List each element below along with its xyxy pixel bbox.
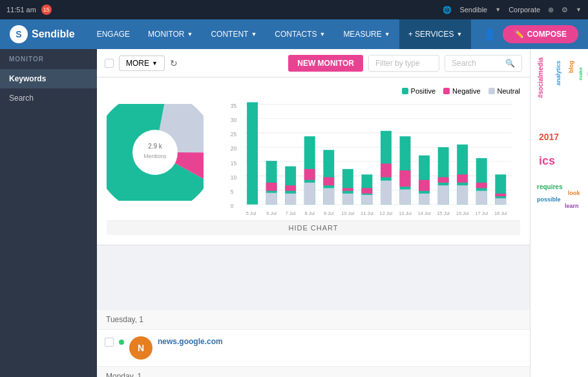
caret-icon: ▼	[495, 6, 501, 13]
search-icon: 🔍	[505, 59, 515, 68]
feed-author: news.google.com	[158, 337, 223, 346]
monday-label: Monday, 1	[106, 372, 142, 377]
negative-label: Negative	[452, 87, 480, 95]
nav-right: 👤 ✏️ COMPOSE	[483, 25, 578, 43]
nav-services-label: + SERVICES	[408, 30, 454, 39]
nav-services[interactable]: + SERVICES ▼	[399, 19, 472, 49]
svg-text:16 Jul: 16 Jul	[456, 210, 469, 216]
svg-rect-65	[457, 185, 468, 205]
bar-group-8: 13 Jul	[399, 136, 412, 216]
nav-contacts[interactable]: CONTACTS ▼	[266, 19, 334, 49]
word-make[interactable]: make	[578, 67, 583, 80]
item-checkbox[interactable]	[105, 338, 114, 347]
user-icon[interactable]: 👤	[483, 28, 496, 41]
sidebar-item-keywords[interactable]: Keywords	[0, 69, 97, 88]
svg-text:7 Jul: 7 Jul	[286, 210, 296, 216]
nav-engage[interactable]: ENGAGE	[88, 19, 139, 49]
more-button[interactable]: MORE ▼	[119, 56, 165, 71]
svg-rect-52	[400, 170, 411, 187]
sidebar-header: MONITOR	[0, 49, 97, 69]
nav-engage-label: ENGAGE	[97, 30, 130, 39]
svg-text:14 Jul: 14 Jul	[418, 210, 431, 216]
sidebar-item-search[interactable]: Search	[0, 88, 97, 108]
caret2-icon: ▼	[576, 6, 582, 13]
svg-rect-56	[419, 180, 430, 191]
svg-text:0: 0	[231, 203, 234, 209]
day-header-monday: Monday, 1	[97, 367, 530, 377]
logo-circle: S	[10, 25, 28, 43]
navbar: S Sendible ENGAGE MONITOR ▼ CONTENT ▼ CO…	[0, 19, 588, 49]
nav-contacts-label: CONTACTS	[275, 30, 317, 39]
chart-overlay: Positive Negative Neutral	[97, 77, 530, 245]
svg-rect-41	[342, 194, 353, 205]
svg-text:8 Jul: 8 Jul	[304, 210, 315, 216]
monitor-caret: ▼	[187, 31, 193, 37]
search-box[interactable]: Search 🔍	[445, 55, 522, 72]
nav-monitor[interactable]: MONITOR ▼	[139, 19, 202, 49]
word-analytics[interactable]: analytics	[555, 61, 562, 86]
time-display: 11:51 am	[6, 6, 36, 14]
svg-rect-48	[381, 163, 392, 177]
word-socialmedia[interactable]: #socialmedia	[537, 57, 544, 98]
bar-group-3: 8 Jul	[304, 136, 315, 216]
logo-text: Sendible	[32, 28, 75, 40]
svg-rect-24	[266, 183, 277, 191]
svg-rect-28	[285, 185, 296, 190]
filter-placeholder: Filter by type	[375, 59, 420, 68]
nav-measure[interactable]: MEASURE ▼	[334, 19, 399, 49]
nav-items: ENGAGE MONITOR ▼ CONTENT ▼ CONTACTS ▼ ME…	[88, 19, 483, 49]
word-requires[interactable]: requires	[537, 183, 562, 190]
word-blog[interactable]: blog	[568, 61, 574, 73]
content-caret: ▼	[251, 31, 257, 37]
new-monitor-button[interactable]: NEW MONITOR	[288, 55, 363, 72]
svg-rect-53	[400, 190, 411, 205]
svg-text:30: 30	[231, 117, 237, 123]
new-monitor-label: NEW MONITOR	[297, 59, 354, 68]
svg-rect-69	[476, 191, 487, 205]
nav-content[interactable]: CONTENT ▼	[202, 19, 266, 49]
share-icon[interactable]: ⊕	[548, 6, 554, 14]
navbar-logo[interactable]: S Sendible	[10, 25, 75, 43]
svg-text:6 Jul: 6 Jul	[266, 210, 277, 216]
word-ics[interactable]: ics	[539, 154, 555, 168]
notification-badge[interactable]: 15	[41, 5, 52, 15]
right-panel: #socialmedia analytics blog make time 20…	[530, 49, 588, 377]
keywords-label: Keywords	[9, 74, 46, 83]
word-learn[interactable]: learn	[565, 203, 579, 209]
filter-by-type[interactable]: Filter by type	[368, 55, 439, 72]
svg-text:11 Jul: 11 Jul	[361, 210, 373, 216]
measure-caret: ▼	[384, 31, 390, 37]
svg-rect-61	[438, 185, 449, 205]
svg-rect-40	[342, 188, 353, 190]
content-header: MORE ▼ ↻ NEW MONITOR Filter by type Sear…	[97, 49, 530, 77]
corporate-label[interactable]: Corporate	[509, 6, 540, 14]
sidebar: MONITOR Keywords Search	[0, 49, 97, 377]
word-2017[interactable]: 2017	[539, 132, 559, 142]
select-all-checkbox[interactable]	[105, 59, 114, 68]
hide-chart-button[interactable]: HIDE CHART	[107, 220, 520, 235]
more-caret: ▼	[152, 60, 158, 66]
refresh-button[interactable]: ↻	[170, 58, 178, 68]
compose-button[interactable]: ✏️ COMPOSE	[503, 25, 578, 43]
svg-text:Mentions: Mentions	[143, 153, 167, 159]
svg-text:10 Jul: 10 Jul	[341, 210, 354, 216]
svg-rect-57	[419, 194, 430, 205]
svg-text:5: 5	[231, 188, 234, 195]
services-caret: ▼	[456, 31, 462, 37]
brand-name[interactable]: Sendible	[459, 6, 487, 14]
bar-chart: 35 30 25 20 15 10 5 0	[216, 97, 520, 220]
settings-icon[interactable]: ⚙	[562, 6, 568, 14]
day-header-tuesday: Tuesday, 1	[97, 310, 530, 330]
svg-rect-68	[476, 183, 487, 188]
topbar-left: 11:51 am 15	[6, 5, 52, 15]
word-look[interactable]: look	[568, 190, 580, 196]
word-possible[interactable]: possible	[537, 196, 561, 203]
nav-content-label: CONTENT	[211, 30, 248, 39]
main-layout: MONITOR Keywords Search MORE ▼ ↻ NEW MON…	[0, 49, 588, 377]
bar-group-13: 18 Jul	[494, 174, 507, 216]
neutral-label: Neutral	[498, 87, 520, 95]
neutral-dot	[488, 88, 495, 94]
bar-group-4: 9 Jul	[323, 150, 334, 216]
svg-text:17 Jul: 17 Jul	[475, 210, 488, 216]
nav-measure-label: MEASURE	[343, 30, 381, 39]
